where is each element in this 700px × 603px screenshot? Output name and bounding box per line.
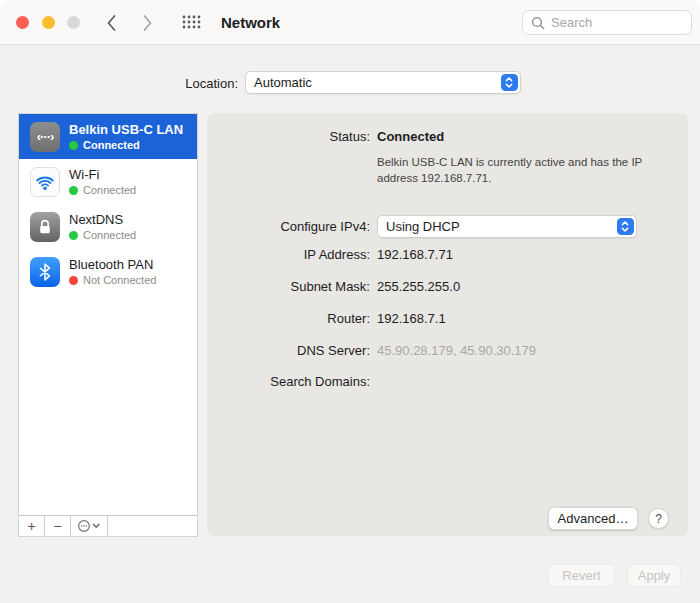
location-select-value: Automatic [254, 75, 501, 90]
interface-name: Bluetooth PAN [69, 257, 156, 272]
configure-ipv4-label: Configure IPv4: [207, 219, 370, 234]
content-area: Location: Automatic ‹···› Belkin USB-C L… [0, 45, 700, 603]
configure-ipv4-select[interactable]: Using DHCP [377, 215, 637, 238]
minimize-button[interactable] [42, 16, 55, 29]
forward-button[interactable] [136, 12, 158, 34]
dns-server-row: DNS Server: 45.90.28.179, 45.90.30.179 [207, 343, 688, 358]
router-value: 192.168.7.1 [377, 311, 446, 326]
stepper-chevrons-icon [501, 74, 518, 91]
network-preferences-window: Network Search Location: Automatic [0, 0, 700, 603]
interface-detail-panel: Status: Connected Belkin USB-C LAN is cu… [207, 113, 688, 536]
ip-address-row: IP Address: 192.168.7.71 [207, 247, 688, 262]
advanced-button[interactable]: Advanced… [548, 507, 638, 530]
titlebar: Network Search [0, 0, 700, 45]
interface-status: Connected [83, 139, 140, 151]
status-dot [69, 186, 78, 195]
status-dot [69, 141, 78, 150]
interface-list: ‹···› Belkin USB-C LAN Connected [18, 113, 198, 537]
interface-name: NextDNS [69, 212, 136, 227]
ethernet-icon: ‹···› [30, 122, 60, 152]
apply-button[interactable]: Apply [627, 564, 681, 587]
wifi-icon [30, 167, 60, 197]
configure-ipv4-row: Configure IPv4: Using DHCP [207, 215, 688, 238]
show-all-grid-icon[interactable] [182, 15, 201, 29]
remove-interface-button[interactable]: − [45, 516, 71, 536]
interface-name: Belkin USB-C LAN [69, 122, 183, 137]
add-interface-button[interactable]: + [19, 516, 45, 536]
interface-status: Connected [83, 184, 136, 196]
action-menu-button[interactable] [71, 516, 108, 536]
interface-list-items: ‹···› Belkin USB-C LAN Connected [19, 114, 197, 515]
location-label: Location: [108, 76, 238, 91]
sidebar-item-belkin-usb-c-lan[interactable]: ‹···› Belkin USB-C LAN Connected [19, 114, 197, 159]
window-title: Network [221, 14, 280, 31]
status-row: Status: Connected [207, 129, 688, 144]
sidebar-item-nextdns[interactable]: NextDNS Connected [19, 204, 197, 249]
help-button[interactable]: ? [648, 508, 669, 529]
status-dot [69, 276, 78, 285]
back-button[interactable] [100, 12, 122, 34]
lock-icon [30, 212, 60, 242]
status-value: Connected [377, 129, 444, 144]
revert-button[interactable]: Revert [548, 564, 615, 587]
ip-address-value: 192.168.7.71 [377, 247, 453, 262]
dns-server-value: 45.90.28.179, 45.90.30.179 [377, 343, 536, 358]
interface-status: Not Connected [83, 274, 156, 286]
chevron-left-icon [106, 14, 117, 32]
configure-ipv4-value: Using DHCP [386, 219, 617, 234]
search-domains-row: Search Domains: [207, 374, 688, 389]
bluetooth-icon [30, 257, 60, 287]
router-row: Router: 192.168.7.1 [207, 311, 688, 326]
interface-list-toolbar: + − [19, 515, 197, 536]
search-placeholder: Search [551, 15, 592, 30]
status-label: Status: [207, 129, 370, 144]
chevron-right-icon [142, 14, 153, 32]
interface-status: Connected [83, 229, 136, 241]
stepper-chevrons-icon [617, 218, 634, 235]
status-dot [69, 231, 78, 240]
interface-name: Wi-Fi [69, 167, 136, 182]
ip-address-label: IP Address: [207, 247, 370, 262]
search-field[interactable]: Search [522, 10, 692, 35]
subnet-mask-label: Subnet Mask: [207, 279, 370, 294]
dns-server-label: DNS Server: [207, 343, 370, 358]
subnet-mask-value: 255.255.255.0 [377, 279, 460, 294]
search-domains-label: Search Domains: [207, 374, 370, 389]
router-label: Router: [207, 311, 370, 326]
status-description: Belkin USB-C LAN is currently active and… [377, 154, 667, 186]
location-select[interactable]: Automatic [245, 71, 521, 94]
subnet-mask-row: Subnet Mask: 255.255.255.0 [207, 279, 688, 294]
search-icon [531, 16, 545, 30]
sidebar-item-bluetooth-pan[interactable]: Bluetooth PAN Not Connected [19, 249, 197, 294]
close-button[interactable] [16, 16, 29, 29]
zoom-button-disabled [67, 16, 80, 29]
action-menu-icon [77, 519, 102, 533]
sidebar-item-wifi[interactable]: Wi-Fi Connected [19, 159, 197, 204]
